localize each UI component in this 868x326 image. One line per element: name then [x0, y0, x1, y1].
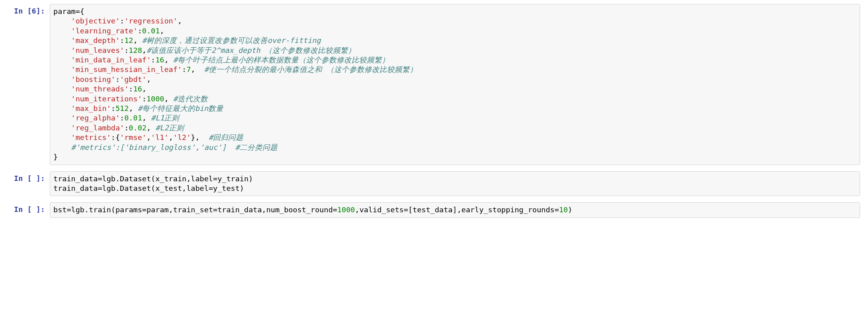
code-input-area[interactable]: bst=lgb.train(params=param,train_set=tra… [50, 202, 860, 217]
code-token-comment: #L2正则 [155, 124, 184, 132]
code-text[interactable]: train_data=lgb.Dataset(x_train,label=y_t… [53, 174, 856, 194]
code-token-punct: ) [568, 206, 572, 214]
code-token-punct: ( [151, 175, 155, 183]
code-token-punct: : [124, 124, 129, 132]
code-token-comment: #使一个结点分裂的最小海森值之和 （这个参数修改比较频繁） [204, 65, 417, 74]
code-token-num: 1000 [147, 95, 164, 103]
code-cell[interactable]: In [ ]:bst=lgb.train(params=param,train_… [8, 202, 860, 217]
code-token-name: test_data [412, 206, 452, 214]
code-token-punct: ( [111, 206, 115, 214]
code-token-name: lgb [102, 184, 115, 192]
code-token-op: = [98, 175, 102, 183]
input-prompt: In [6]: [8, 4, 50, 16]
code-token-str: 'reg_alpha' [71, 114, 120, 122]
code-token-str: 'metrics' [71, 133, 111, 142]
code-token-punct: , [147, 75, 151, 83]
code-token-punct: , [191, 65, 204, 74]
code-token-str: 'max_bin' [71, 104, 111, 113]
code-token-plain [53, 46, 71, 54]
input-prompt: In [ ]: [8, 171, 50, 183]
code-token-punct: } [53, 153, 58, 161]
code-token-name: valid_sets [360, 206, 404, 214]
code-token-name: bst [53, 206, 66, 214]
code-token-str: 'regression' [124, 17, 178, 25]
prompt-bracket-open: [ [23, 7, 31, 15]
code-token-punct: , [142, 46, 147, 54]
code-token-str: 'boosting' [71, 75, 115, 83]
code-token-name: params [115, 206, 142, 214]
code-token-plain [53, 56, 71, 64]
code-cell[interactable]: In [6]:param={ 'objective':'regression',… [8, 4, 860, 165]
code-token-str: 'num_iterations' [71, 95, 142, 103]
code-token-punct: : [138, 27, 142, 35]
code-token-punct: : [124, 46, 129, 54]
code-input-area[interactable]: param={ 'objective':'regression', 'learn… [50, 4, 860, 165]
code-input-area[interactable]: train_data=lgb.Dataset(x_train,label=y_t… [50, 171, 860, 196]
code-token-punct: , [142, 114, 151, 122]
code-token-punct: , [164, 95, 173, 103]
code-token-comment: #L1正则 [151, 114, 179, 122]
code-token-str: 'gbdt' [120, 75, 147, 83]
code-token-punct: , [142, 85, 147, 93]
notebook-cells: In [6]:param={ 'objective':'regression',… [8, 4, 860, 218]
code-token-op: = [142, 206, 147, 214]
code-token-op: . [115, 175, 120, 183]
code-token-plain [53, 65, 71, 74]
code-token-str: 'num_threads' [71, 85, 129, 93]
code-token-name: train_set [173, 206, 213, 214]
code-token-punct: ], [453, 206, 461, 214]
code-token-name: Dataset [120, 184, 151, 192]
code-token-plain [53, 85, 71, 93]
code-token-name: label [191, 175, 213, 183]
code-token-punct: , [164, 56, 173, 64]
code-token-name: Dataset [120, 175, 151, 183]
code-token-punct: , [160, 27, 164, 35]
code-token-plain [53, 36, 71, 45]
code-token-punct: ) [248, 175, 253, 183]
code-text[interactable]: param={ 'objective':'regression', 'learn… [53, 7, 856, 162]
prompt-bracket-close: ]: [36, 205, 45, 213]
code-token-punct: : [182, 65, 186, 74]
code-token-op: = [66, 206, 71, 214]
code-text[interactable]: bst=lgb.train(params=param,train_set=tra… [53, 205, 856, 215]
prompt-number [32, 205, 36, 213]
code-token-num: 16 [133, 85, 142, 93]
code-token-punct: ( [151, 184, 155, 192]
code-token-str: 'learning_rate' [71, 27, 138, 35]
code-token-punct: , [129, 104, 137, 113]
code-token-op: = [213, 175, 217, 183]
code-token-punct: , [355, 206, 359, 214]
code-token-name: y_test [213, 184, 240, 192]
code-token-name: lgb [102, 175, 115, 183]
code-token-op: = [333, 206, 337, 214]
code-token-op: = [555, 206, 559, 214]
code-token-punct: }, [191, 133, 209, 142]
prompt-bracket-close: ]: [36, 174, 45, 182]
code-token-comment: #回归问题 [209, 133, 243, 142]
code-token-punct: ) [240, 184, 244, 192]
code-token-punct: [ [408, 206, 412, 214]
code-token-op: = [98, 184, 102, 192]
code-token-name: train [89, 206, 111, 214]
code-token-name: train_data [217, 206, 262, 214]
code-token-num: 512 [115, 104, 129, 113]
code-token-name: num_boost_round [266, 206, 333, 214]
code-token-punct: , [262, 206, 266, 214]
prompt-number [32, 174, 36, 182]
code-token-str: 'num_leaves' [71, 46, 125, 54]
code-token-plain [53, 95, 71, 103]
code-token-op: = [404, 206, 408, 214]
code-token-punct: : [151, 56, 155, 64]
code-token-comment: #每个叶子结点上最小的样本数据数量（这个参数修改比较频繁） [173, 56, 389, 64]
input-prompt: In [ ]: [8, 202, 50, 214]
code-token-punct: , [169, 206, 173, 214]
prompt-number: 6 [32, 7, 36, 15]
code-token-num: 1000 [337, 206, 355, 214]
code-token-str: 'rmse' [120, 133, 147, 142]
code-token-comment: #该值应该小于等于2^max_depth （这个参数修改比较频繁） [147, 46, 356, 54]
code-token-punct: : [111, 104, 115, 113]
code-token-plain [53, 114, 71, 122]
code-token-punct: :{ [111, 133, 120, 142]
code-token-plain [53, 17, 71, 25]
code-cell[interactable]: In [ ]:train_data=lgb.Dataset(x_train,la… [8, 171, 860, 196]
